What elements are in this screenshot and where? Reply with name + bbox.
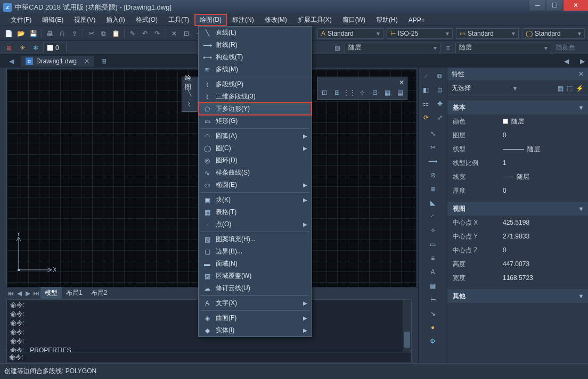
copy-tool-icon[interactable]: ⧉ — [434, 70, 446, 83]
rect-tool-icon[interactable]: ▭ — [427, 238, 439, 251]
menu-格式[interactable]: 格式(O) — [130, 14, 163, 26]
menu-item-surf[interactable]: ◈曲面(F)▶ — [199, 312, 312, 324]
quick-select-icon[interactable]: ▦ — [558, 85, 564, 92]
f-ico-2[interactable]: ⊞ — [331, 87, 343, 98]
prop-row[interactable]: 高度447.0073 — [447, 257, 588, 271]
redo-icon[interactable]: ↷ — [152, 28, 163, 39]
hatch-tool-icon[interactable]: ▦ — [427, 279, 439, 292]
menu-工具[interactable]: 工具(T) — [163, 14, 194, 26]
layer-manager-icon[interactable]: ⊞ — [3, 42, 15, 54]
toggle-pim-icon[interactable]: ⚡ — [576, 85, 584, 92]
print-icon[interactable]: 🖶 — [45, 28, 56, 39]
menu-item-solid[interactable]: ◆实体(I)▶ — [199, 324, 312, 336]
selection-combo[interactable]: 无选择 ▾ ▦ ⬚ ⚡ — [447, 80, 588, 96]
mtab-first-icon[interactable]: ⏮ — [6, 289, 15, 298]
prop-row[interactable]: 线宽随层 — [447, 170, 588, 184]
chamfer-tool-icon[interactable]: ◣ — [427, 196, 439, 209]
close-button[interactable]: ✕ — [564, 0, 588, 11]
style-combo-0[interactable]: AStandard▾ — [317, 28, 383, 39]
pline-float-icon[interactable]: ⌇ — [183, 98, 195, 110]
linetype-combo[interactable]: 随层▾ — [345, 43, 440, 53]
stretch-tool-icon[interactable]: ⤡ — [427, 127, 439, 140]
prop-row[interactable]: 线型随层 — [447, 142, 588, 156]
menu-item-mline[interactable]: ≋多线(M) — [199, 63, 312, 76]
offset-icon[interactable]: ⊡ — [181, 28, 192, 39]
open-icon[interactable]: 📂 — [15, 28, 27, 39]
command-input[interactable]: 命令: — [7, 352, 411, 362]
f-ico-5[interactable]: ⊟ — [369, 87, 381, 98]
menu-视图[interactable]: 视图(V) — [69, 14, 101, 26]
tabstrip-left-icon[interactable]: ◀ — [560, 55, 572, 67]
style-combo-2[interactable]: ▭Standard▾ — [456, 28, 519, 39]
menu-item-block[interactable]: ▣块(K)▶ — [199, 194, 312, 206]
menu-item-ray[interactable]: ⟶射线(R) — [199, 39, 312, 51]
lineweight-combo[interactable]: 随层▾ — [455, 43, 551, 53]
menu-插入[interactable]: 插入(I) — [101, 14, 130, 26]
document-tab[interactable]: D Drawing1.dwg ✕ — [21, 56, 94, 67]
menu-item-pline[interactable]: ⌇多段线(P) — [199, 78, 312, 90]
menu-item-polygon[interactable]: ⬠正多边形(Y) — [199, 103, 312, 115]
f-ico-3[interactable]: ⋮⋮ — [344, 87, 355, 98]
tabstrip-home-icon[interactable]: ◀ — [5, 55, 17, 67]
explode-tool-icon[interactable]: ✧ — [427, 224, 439, 237]
fillet-tool-icon[interactable]: ◜ — [427, 210, 439, 223]
model-tab-0[interactable]: 模型 — [40, 287, 62, 299]
menu-item-3dpoly[interactable]: ⌇三维多段线(3) — [199, 90, 312, 103]
menu-item-region[interactable]: ▬面域(N) — [199, 258, 312, 270]
select-objects-icon[interactable]: ⬚ — [567, 85, 573, 92]
prop-row[interactable]: 图层0 — [447, 128, 588, 142]
layer-combo[interactable]: 0 — [43, 43, 67, 53]
move-tool-icon[interactable]: ✥ — [434, 97, 446, 110]
props-section-视图[interactable]: 视图▾ — [447, 202, 588, 216]
menu-item-line[interactable]: ╲直线(L) — [199, 27, 312, 39]
mtab-prev-icon[interactable]: ◀ — [15, 289, 23, 298]
menu-item-revcloud[interactable]: ☁修订云线(U) — [199, 282, 312, 294]
menu-文件[interactable]: 文件(F) — [5, 14, 37, 26]
align-tool-icon[interactable]: ≡ — [427, 252, 439, 265]
style-combo-3[interactable]: ◯Standard▾ — [522, 28, 585, 39]
new-icon[interactable]: 📄 — [3, 28, 14, 39]
f-ico-4[interactable]: ⊹ — [356, 87, 368, 98]
menu-item-boundary[interactable]: ▢边界(B)... — [199, 245, 312, 258]
layer-states-icon[interactable]: ☀ — [17, 42, 28, 54]
f-ico-7[interactable]: ▤ — [394, 87, 406, 98]
properties-close-icon[interactable]: ✕ — [578, 70, 584, 78]
color-tool-icon[interactable]: ▧ — [331, 42, 343, 54]
prop-row[interactable]: 厚度0 — [447, 184, 588, 197]
menu-帮助[interactable]: 帮助(H) — [371, 14, 403, 26]
modify-toolbar-float[interactable]: ✕ ⊡ ⊞ ⋮⋮ ⊹ ⊟ ▦ ▤ — [317, 77, 407, 100]
menu-item-ellipse[interactable]: ⬭椭圆(E)▶ — [199, 179, 312, 191]
scale-tool-icon[interactable]: ⤢ — [434, 111, 446, 124]
minimize-button[interactable]: ─ — [529, 0, 545, 11]
prop-row[interactable]: 颜色随层 — [447, 114, 588, 128]
break-tool-icon[interactable]: ⊘ — [427, 169, 439, 182]
menu-item-text[interactable]: A文字(X)▶ — [199, 297, 312, 309]
model-tab-2[interactable]: 布局2 — [87, 287, 112, 299]
copy-icon[interactable]: ⧉ — [98, 28, 109, 39]
lt-tool-icon[interactable]: ≡ — [442, 42, 454, 54]
erase-icon[interactable]: ✕ — [169, 28, 180, 39]
cut-icon[interactable]: ✂ — [86, 28, 97, 39]
new-tab-icon[interactable]: ⊞ — [98, 55, 110, 67]
prop-row[interactable]: 中心点 Z0 — [447, 243, 588, 257]
dim-tool-icon[interactable]: ⊢ — [427, 293, 439, 306]
model-tab-1[interactable]: 布局1 — [62, 287, 87, 299]
tab-close-icon[interactable]: ✕ — [84, 57, 89, 65]
save-icon[interactable]: 💾 — [28, 28, 39, 39]
paint-tool-icon[interactable]: ● — [427, 321, 439, 334]
erase-tool-icon[interactable]: ⟋ — [420, 70, 432, 83]
menu-APP+[interactable]: APP+ — [403, 15, 430, 26]
menu-绘图[interactable]: 绘图(D) — [194, 14, 227, 26]
menu-item-arc[interactable]: ◠圆弧(A)▶ — [199, 130, 312, 142]
style-combo-1[interactable]: ⊢ISO-25▾ — [387, 28, 453, 39]
props-tool-icon[interactable]: ⚙ — [427, 335, 439, 348]
offset-tool-icon[interactable]: ⊡ — [434, 84, 446, 96]
maximize-button[interactable]: ☐ — [546, 0, 562, 11]
prop-row[interactable]: 宽度1168.5723 — [447, 271, 588, 285]
rotate-tool-icon[interactable]: ⟳ — [420, 111, 432, 124]
menu-item-table[interactable]: ▦表格(T) — [199, 206, 312, 218]
menu-item-wipeout[interactable]: ▨区域覆盖(W) — [199, 270, 312, 282]
text-tool-icon[interactable]: A — [427, 266, 439, 278]
undo-icon[interactable]: ↶ — [140, 28, 151, 39]
menu-item-donut[interactable]: ◎圆环(D) — [199, 154, 312, 167]
